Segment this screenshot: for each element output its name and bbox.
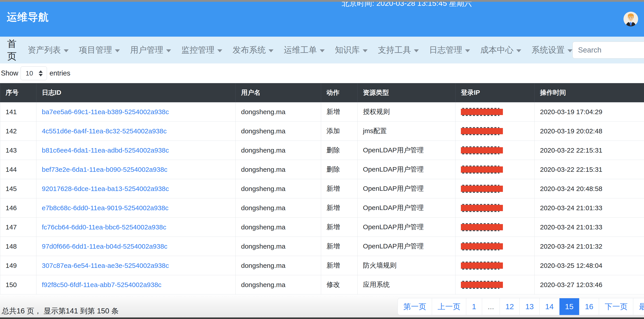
column-header: 用户名 xyxy=(236,83,321,102)
nav-menu-label: 日志管理 xyxy=(429,44,462,56)
operation-time-cell: 2020-03-24 21:01:33 xyxy=(535,218,644,237)
operation-time-cell: 2020-03-24 21:01:32 xyxy=(535,237,644,256)
last-page-button[interactable]: 最后 xyxy=(633,298,644,315)
table-footer: 总共16 页， 显示第141 到第 150 条 第一页上一页1...121314… xyxy=(0,295,644,319)
operation-time-cell: 2020-03-19 20:02:48 xyxy=(535,121,644,141)
entries-label: entries xyxy=(50,69,70,77)
window-top-strip xyxy=(0,0,644,2)
nav-menu-8[interactable]: 支持工具 xyxy=(378,44,419,56)
ip-redaction-overlay xyxy=(461,204,503,212)
resource-type-cell: OpenLDAP用户管理 xyxy=(358,179,456,198)
log-id-link[interactable]: fc76cb64-6dd0-11ea-bbc6-5254002a938c xyxy=(42,223,166,231)
ip-redaction-overlay xyxy=(461,127,503,135)
entries-count-value: 10 xyxy=(26,69,33,77)
login-ip-cell xyxy=(456,256,535,275)
log-id-link[interactable]: f92f8c50-6fdf-11ea-abb7-5254002a938c xyxy=(42,281,162,288)
log-id-cell: ba7ee5a6-69c1-11ea-b389-5254002a938c xyxy=(36,102,236,121)
select-arrows-icon xyxy=(39,70,43,76)
username-cell: dongsheng.ma xyxy=(236,218,321,237)
user-avatar[interactable] xyxy=(624,12,638,26)
page-button-14[interactable]: 14 xyxy=(540,298,560,315)
nav-item-home[interactable]: 首页 xyxy=(7,37,16,62)
action-cell: 删除 xyxy=(321,160,358,179)
table-row: 142 4c551d6e-6a4f-11ea-8c32-5254002a938c… xyxy=(0,121,644,141)
seq-cell: 148 xyxy=(0,237,36,256)
action-cell: 修改 xyxy=(321,275,358,295)
seq-cell: 150 xyxy=(0,275,36,295)
ip-redaction-overlay xyxy=(461,223,503,231)
nav-menu-label: 支持工具 xyxy=(378,44,411,56)
action-cell: 新增 xyxy=(321,102,358,121)
chevron-down-icon xyxy=(363,49,368,52)
log-id-link[interactable]: 307c87ea-6e54-11ea-ae3e-5254002a938c xyxy=(42,262,169,269)
table-row: 147 fc76cb64-6dd0-11ea-bbc6-5254002a938c… xyxy=(0,218,644,237)
log-id-cell: 4c551d6e-6a4f-11ea-8c32-5254002a938c xyxy=(36,121,236,141)
main-navbar: 首页 资产列表项目管理用户管理监控管理发布系统运维工单知识库支持工具日志管理成本… xyxy=(0,37,644,63)
redaction-bar xyxy=(461,243,503,250)
nav-menu-label: 成本中心 xyxy=(480,44,514,56)
page-button-15[interactable]: 15 xyxy=(560,298,580,315)
operation-time-cell: 2020-03-24 21:01:33 xyxy=(535,198,644,218)
ip-redaction-overlay xyxy=(461,281,503,289)
first-page-button[interactable]: 第一页 xyxy=(398,298,432,315)
nav-menu-10[interactable]: 成本中心 xyxy=(480,44,521,56)
page-button-13[interactable]: 13 xyxy=(520,298,540,315)
nav-menu-7[interactable]: 知识库 xyxy=(335,44,368,56)
table-row: 145 92017628-6dce-11ea-ba13-5254002a938c… xyxy=(0,179,644,198)
page-button-16[interactable]: 16 xyxy=(580,298,599,315)
redaction-bar xyxy=(461,109,503,115)
entries-count-select[interactable]: 10 xyxy=(20,66,47,80)
log-table-body: 141 ba7ee5a6-69c1-11ea-b389-5254002a938c… xyxy=(0,102,644,295)
log-id-cell: fc76cb64-6dd0-11ea-bbc6-5254002a938c xyxy=(36,218,236,237)
column-header: 操作时间 xyxy=(535,83,644,102)
nav-menu-label: 运维工单 xyxy=(284,44,317,56)
log-id-link[interactable]: 97d0f666-6dd1-11ea-b04d-5254002a938c xyxy=(42,243,168,250)
action-cell: 添加 xyxy=(321,121,358,141)
nav-menu-9[interactable]: 日志管理 xyxy=(429,44,470,56)
nav-menu-11[interactable]: 系统设置 xyxy=(532,44,572,56)
nav-menu-4[interactable]: 监控管理 xyxy=(181,44,222,56)
ip-redaction-overlay xyxy=(461,146,503,154)
resource-type-cell: OpenLDAP用户管理 xyxy=(358,237,456,256)
column-header: 资源类型 xyxy=(358,83,456,102)
nav-menu-6[interactable]: 运维工单 xyxy=(284,44,325,56)
seq-cell: 144 xyxy=(0,160,36,179)
redaction-bar xyxy=(461,186,503,192)
login-ip-cell xyxy=(456,121,535,141)
operation-time-cell: 2020-03-22 22:15:31 xyxy=(535,160,644,179)
page-button-12[interactable]: 12 xyxy=(500,298,520,315)
page-title: 运维导航 xyxy=(7,10,49,24)
next-page-button[interactable]: 下一页 xyxy=(599,298,633,315)
pagination: 第一页上一页1...1213141516下一页最后 xyxy=(398,298,644,315)
nav-menu-5[interactable]: 发布系统 xyxy=(232,44,274,56)
chevron-down-icon xyxy=(64,49,69,52)
resource-type-cell: 应用系统 xyxy=(358,275,456,295)
log-id-link[interactable]: b81c6ee4-6da1-11ea-adbd-5254002a938c xyxy=(42,147,169,154)
chevron-down-icon xyxy=(268,49,274,52)
nav-menu-2[interactable]: 项目管理 xyxy=(79,44,120,56)
redaction-bar xyxy=(461,166,503,173)
login-ip-cell xyxy=(456,275,535,295)
resource-type-cell: OpenLDAP用户管理 xyxy=(358,160,456,179)
column-header: 序号 xyxy=(0,83,36,102)
username-cell: dongsheng.ma xyxy=(236,121,321,141)
table-row: 148 97d0f666-6dd1-11ea-b04d-5254002a938c… xyxy=(0,237,644,256)
log-id-link[interactable]: bef73e2e-6da1-11ea-b090-5254002a938c xyxy=(42,166,168,173)
nav-menu-1[interactable]: 资产列表 xyxy=(28,44,69,56)
search-input[interactable] xyxy=(572,41,644,58)
nav-menu-list: 资产列表项目管理用户管理监控管理发布系统运维工单知识库支持工具日志管理成本中心系… xyxy=(28,44,572,56)
redaction-bar xyxy=(461,224,503,230)
login-ip-cell xyxy=(456,141,535,160)
log-id-link[interactable]: ba7ee5a6-69c1-11ea-b389-5254002a938c xyxy=(42,108,169,115)
table-row: 150 f92f8c50-6fdf-11ea-abb7-5254002a938c… xyxy=(0,275,644,295)
nav-menu-3[interactable]: 用户管理 xyxy=(130,44,171,56)
page-button-1[interactable]: 1 xyxy=(466,298,482,315)
seq-cell: 143 xyxy=(0,141,36,160)
log-id-link[interactable]: 92017628-6dce-11ea-ba13-5254002a938c xyxy=(42,185,169,192)
pagination-summary: 总共16 页， 显示第141 到第 150 条 xyxy=(2,306,119,316)
log-id-link[interactable]: 4c551d6e-6a4f-11ea-8c32-5254002a938c xyxy=(42,127,166,135)
avatar-icon xyxy=(624,12,638,26)
log-id-link[interactable]: e7b8c68c-6dd0-11ea-9019-5254002a938c xyxy=(42,204,168,212)
action-cell: 新增 xyxy=(321,237,358,256)
prev-page-button[interactable]: 上一页 xyxy=(432,298,466,315)
